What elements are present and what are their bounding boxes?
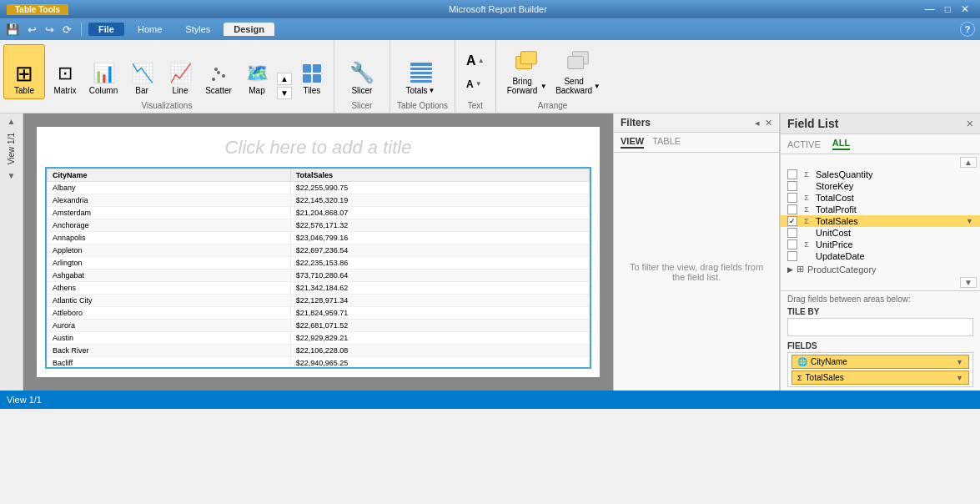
- field-item[interactable]: UnitCost: [781, 227, 980, 239]
- filters-collapse-btn[interactable]: ◂: [755, 118, 760, 129]
- tab-home[interactable]: Home: [128, 23, 172, 36]
- ribbon-btn-increase-font[interactable]: A ▲: [462, 50, 488, 72]
- tab-styles[interactable]: Styles: [175, 23, 220, 36]
- help-btn[interactable]: ?: [960, 22, 975, 37]
- maximize-btn[interactable]: □: [941, 3, 955, 16]
- field-chip-totalsales[interactable]: Σ TotalSales ▼: [792, 370, 969, 385]
- ribbon-btn-totals[interactable]: Totals ▼: [397, 44, 444, 99]
- ribbon-btn-scatter[interactable]: Scatter: [200, 44, 237, 99]
- field-chip-cityname[interactable]: 🌐 CityName ▼: [792, 355, 969, 369]
- field-item[interactable]: UpdateDate: [781, 250, 980, 262]
- svg-rect-16: [567, 56, 583, 68]
- send-backward-dropdown[interactable]: ▼: [594, 83, 601, 90]
- field-item[interactable]: StoreKey: [781, 180, 980, 192]
- ribbon-btn-map[interactable]: 🗺️ Map: [239, 44, 275, 99]
- field-checkbox-updatedate[interactable]: [787, 251, 797, 261]
- fields-area[interactable]: 🌐 CityName ▼ Σ TotalSales ▼: [787, 352, 973, 387]
- viz-scroll-down[interactable]: ▼: [277, 87, 292, 99]
- bring-forward-icon: [513, 48, 540, 75]
- field-name-storekey: StoreKey: [816, 181, 973, 191]
- filter-tab-table[interactable]: TABLE: [652, 136, 681, 149]
- view-scroll-down[interactable]: ▼: [8, 171, 16, 180]
- status-bar: View 1/1: [0, 391, 980, 409]
- qat-save-btn[interactable]: 💾: [3, 23, 22, 37]
- table-row: Arlington$22,235,153.86: [48, 257, 590, 270]
- tab-design[interactable]: Design: [224, 23, 274, 36]
- view-scroll-up[interactable]: ▲: [8, 117, 16, 126]
- table-row: Bacliff$22,940,965.25: [48, 357, 590, 368]
- arrange-label: Arrange: [503, 101, 603, 113]
- ribbon-btn-bar[interactable]: 📉 Bar: [123, 44, 160, 99]
- canvas-title[interactable]: Click here to add a title: [37, 127, 600, 169]
- tile-by-box[interactable]: [787, 318, 973, 336]
- field-list-scroll-up[interactable]: ▲: [960, 157, 977, 168]
- ribbon-btn-send-backward[interactable]: Send Backward ▼: [553, 44, 603, 99]
- field-type-icon-unitprice: Σ: [801, 240, 812, 249]
- viz-scroll-up[interactable]: ▲: [277, 73, 292, 85]
- field-list-close-btn[interactable]: ×: [967, 117, 973, 130]
- field-list-tab-all[interactable]: ALL: [832, 138, 850, 150]
- field-name-salesquantity: SalesQuantity: [816, 169, 973, 179]
- svg-rect-9: [410, 68, 432, 70]
- field-checkbox-salesquantity[interactable]: [787, 169, 797, 179]
- table-row: Austin$22,929,829.21: [48, 332, 590, 345]
- ribbon-btn-column[interactable]: 📊 Column: [85, 44, 122, 99]
- totals-dropdown-arrow[interactable]: ▼: [429, 87, 435, 94]
- svg-rect-8: [410, 63, 432, 66]
- qat-undo-btn[interactable]: ↩: [25, 23, 39, 37]
- svg-rect-4: [303, 64, 311, 73]
- increase-font-arrow: ▲: [478, 57, 485, 64]
- qat-redo-btn[interactable]: ↪: [43, 23, 57, 37]
- ribbon-btn-table[interactable]: ⊞ Table: [3, 44, 45, 99]
- filters-title: Filters: [621, 117, 651, 129]
- table-visualization[interactable]: CityName TotalSales Albany$22,255,990.75…: [45, 167, 591, 369]
- field-type-icon-totalcost: Σ: [801, 194, 812, 202]
- field-list-tab-active[interactable]: ACTIVE: [787, 139, 821, 149]
- table-row: Athens$21,342,184.62: [48, 282, 590, 295]
- field-item[interactable]: ΣTotalProfit: [781, 204, 980, 215]
- filters-close-btn[interactable]: ✕: [765, 118, 772, 129]
- table-row: Amsterdam$21,204,868.07: [48, 207, 590, 219]
- close-btn[interactable]: ✕: [957, 3, 973, 16]
- field-checkbox-totalcost[interactable]: [787, 193, 797, 203]
- field-list-body[interactable]: ▲ΣSalesQuantityStoreKeyΣTotalCostΣTotalP…: [781, 154, 980, 290]
- totalsales-dropdown-icon[interactable]: ▼: [956, 374, 963, 382]
- field-checkbox-totalsales[interactable]: ✓: [787, 216, 797, 226]
- ribbon-group-text: A ▲ A ▼ Text: [455, 40, 495, 113]
- ribbon-btn-slicer[interactable]: 🔧 Slicer: [341, 44, 383, 99]
- field-list-scroll-down[interactable]: ▼: [960, 277, 977, 288]
- field-checkbox-unitprice[interactable]: [787, 239, 797, 249]
- filter-tab-view[interactable]: VIEW: [621, 136, 644, 149]
- ribbon-btn-tiles[interactable]: Tiles: [294, 44, 330, 99]
- minimize-btn[interactable]: —: [921, 3, 939, 16]
- svg-point-2: [222, 74, 225, 78]
- table-row: Aurora$22,681,071.52: [48, 320, 590, 332]
- field-category-productcategory[interactable]: ▶⊞ProductCategory: [781, 262, 980, 276]
- tab-file[interactable]: File: [88, 23, 124, 36]
- field-arrow-totalsales[interactable]: ▼: [966, 217, 973, 225]
- status-view-label: View 1/1: [7, 395, 42, 405]
- canvas-inner[interactable]: Click here to add a title CityName Total…: [37, 127, 600, 377]
- svg-rect-11: [410, 76, 432, 78]
- field-item[interactable]: ΣSalesQuantity: [781, 169, 980, 180]
- expand-icon: ▶: [787, 265, 793, 274]
- field-item[interactable]: ✓ΣTotalSales▼: [781, 215, 980, 227]
- field-checkbox-storekey[interactable]: [787, 181, 797, 191]
- field-checkbox-unitcost[interactable]: [787, 228, 797, 238]
- ribbon-btn-bring-forward[interactable]: Bring Forward ▼: [503, 44, 550, 99]
- ribbon-btn-matrix[interactable]: ⊡ Matrix: [47, 44, 83, 99]
- field-name-totalprofit: TotalProfit: [816, 204, 973, 214]
- svg-point-0: [212, 78, 215, 81]
- cityname-dropdown-icon[interactable]: ▼: [956, 358, 963, 366]
- ribbon-btn-line[interactable]: 📈 Line: [162, 44, 199, 99]
- bar-chart-icon: 📉: [131, 63, 153, 84]
- ribbon-btn-decrease-font[interactable]: A ▼: [462, 75, 488, 93]
- qat-refresh-btn[interactable]: ⟳: [60, 23, 74, 37]
- ribbon-group-arrange: Bring Forward ▼ Send Backward ▼ Arrange: [496, 40, 610, 113]
- bring-forward-dropdown[interactable]: ▼: [540, 83, 547, 90]
- field-item[interactable]: ΣTotalCost: [781, 192, 980, 204]
- field-item[interactable]: ΣUnitPrice: [781, 239, 980, 250]
- table-inner[interactable]: CityName TotalSales Albany$22,255,990.75…: [47, 169, 590, 367]
- field-checkbox-totalprofit[interactable]: [787, 204, 797, 214]
- table-row: Back River$22,106,228.08: [48, 345, 590, 357]
